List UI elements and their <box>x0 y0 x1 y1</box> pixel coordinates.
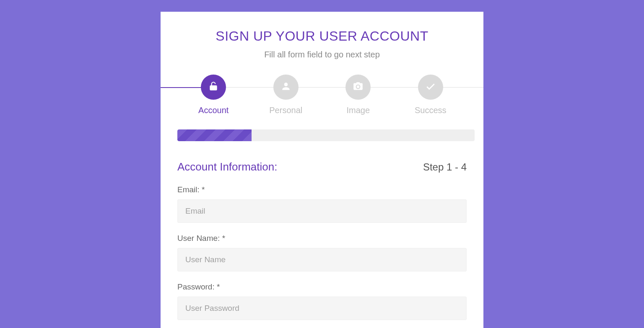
step-account[interactable]: Account <box>177 75 250 115</box>
password-input[interactable] <box>177 297 467 320</box>
page-subtitle: Fill all form field to go next step <box>177 50 467 59</box>
email-input[interactable] <box>177 199 467 223</box>
step-label: Account <box>198 106 229 115</box>
step-circle <box>418 75 443 100</box>
step-label: Personal <box>269 106 302 115</box>
check-icon <box>425 81 436 93</box>
field-email: Email: * <box>177 185 467 223</box>
step-circle <box>201 75 226 100</box>
progress-fill <box>177 129 252 141</box>
step-count: Step 1 - 4 <box>423 161 467 173</box>
step-label: Image <box>346 106 370 115</box>
step-circle <box>345 75 371 100</box>
step-personal[interactable]: Personal <box>250 75 322 115</box>
lock-open-icon <box>208 81 219 93</box>
field-password: Password: * <box>177 282 467 320</box>
password-label: Password: * <box>177 282 467 292</box>
field-username: User Name: * <box>177 234 467 271</box>
page-title: SIGN UP YOUR USER ACCOUNT <box>177 28 467 44</box>
username-input[interactable] <box>177 248 467 271</box>
step-label: Success <box>415 106 447 115</box>
step-image[interactable]: Image <box>322 75 395 115</box>
user-icon <box>280 81 291 93</box>
step-circle <box>273 75 299 100</box>
username-label: User Name: * <box>177 234 467 243</box>
section-title: Account Information: <box>177 160 277 173</box>
step-indicator: Account Personal Image <box>177 75 467 115</box>
camera-icon <box>353 81 364 93</box>
section-header: Account Information: Step 1 - 4 <box>177 160 467 173</box>
progress-bar <box>177 129 475 141</box>
signup-card: SIGN UP YOUR USER ACCOUNT Fill all form … <box>161 12 483 328</box>
email-label: Email: * <box>177 185 467 194</box>
step-success[interactable]: Success <box>395 75 467 115</box>
